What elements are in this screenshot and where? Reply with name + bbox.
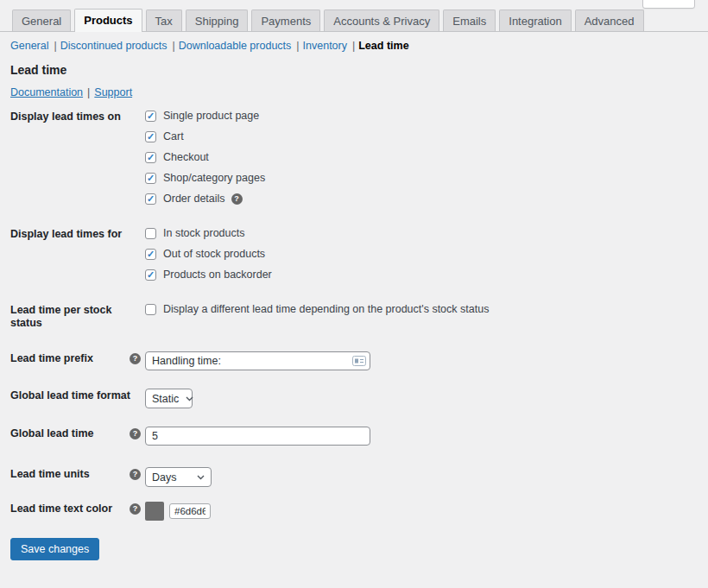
save-changes-button[interactable]: Save changes [10, 538, 99, 560]
setting-label: Lead time text color [10, 503, 119, 515]
page-title: Lead time [10, 63, 708, 77]
select-value: Static [152, 393, 179, 405]
tab-integration[interactable]: Integration [499, 9, 571, 31]
help-icon[interactable]: ? [130, 469, 141, 480]
setting-row-lead-time-per-stock-status: Lead time per stock status Display a dif… [10, 303, 698, 330]
setting-label: Lead time units [10, 468, 97, 481]
tab-advanced[interactable]: Advanced [575, 9, 644, 31]
checkbox[interactable]: ✓ [145, 249, 156, 260]
checkbox-label[interactable]: Out of stock products [163, 248, 265, 261]
tab-products[interactable]: Products [74, 9, 142, 32]
subnav-downloadable-products[interactable]: Downloadable products [179, 40, 292, 52]
checkbox-option-cart[interactable]: ✓ Cart [145, 130, 265, 143]
checkbox-label[interactable]: Display a different lead time depending … [163, 303, 489, 316]
subnav-general[interactable]: General [10, 40, 48, 52]
checkbox-option-order-details[interactable]: ✓ Order details ? [145, 193, 265, 205]
help-icon[interactable]: ? [130, 428, 141, 439]
checkbox-label[interactable]: Single product page [163, 110, 259, 123]
setting-row-display-lead-times-for: Display lead times for In stock products… [10, 227, 698, 281]
checkbox-label[interactable]: In stock products [163, 227, 245, 240]
checkbox-label[interactable]: Cart [163, 130, 184, 143]
setting-label: Lead time per stock status [10, 304, 145, 330]
subnav-discontinued-products[interactable]: Discontinued products [60, 40, 168, 52]
checkbox-option-products-on-backorder[interactable]: ✓ Products on backorder [145, 269, 272, 281]
separator: | [172, 40, 174, 52]
settings-tabs: General Products Tax Shipping Payments A… [0, 0, 708, 32]
setting-label: Display lead times for [10, 228, 129, 241]
checkbox-option-in-stock-products[interactable]: In stock products [145, 227, 272, 240]
help-icon[interactable]: ? [130, 503, 141, 515]
global-lead-time-format-select[interactable]: Static [145, 389, 193, 408]
checkbox-option-shop-category-pages[interactable]: ✓ Shop/category pages [145, 172, 265, 185]
checkbox-option-per-stock-status[interactable]: Display a different lead time depending … [145, 303, 489, 316]
separator: | [296, 40, 299, 52]
checkbox[interactable]: ✓ [145, 111, 156, 122]
tab-general[interactable]: General [12, 9, 71, 31]
checkbox-option-single-product-page[interactable]: ✓ Single product page [145, 110, 265, 123]
select-value: Days [152, 471, 176, 484]
setting-label: Lead time prefix [10, 352, 100, 365]
chevron-down-icon [186, 396, 193, 401]
help-pulldown-tab[interactable] [642, 0, 695, 9]
checkbox-label[interactable]: Shop/category pages [163, 172, 265, 185]
products-subnav: General|Discontinued products|Downloadab… [10, 40, 708, 52]
separator: | [54, 40, 56, 52]
setting-label: Global lead time format [10, 389, 137, 402]
setting-row-lead-time-units: Lead time units ? Days [10, 467, 698, 487]
setting-row-global-lead-time-format: Global lead time format Static [10, 389, 698, 408]
setting-row-global-lead-time: Global lead time ? [10, 427, 698, 446]
checkbox-label[interactable]: Products on backorder [163, 269, 272, 281]
checkbox[interactable]: ✓ [145, 193, 156, 205]
checkbox-option-checkout[interactable]: ✓ Checkout [145, 151, 265, 164]
setting-row-lead-time-prefix: Lead time prefix ? [10, 351, 698, 370]
tab-accounts-privacy[interactable]: Accounts & Privacy [324, 9, 439, 31]
setting-row-lead-time-text-color: Lead time text color ? [10, 502, 698, 521]
subnav-lead-time[interactable]: Lead time [358, 40, 408, 52]
tab-emails[interactable]: Emails [443, 9, 496, 31]
checkbox-label[interactable]: Order details [163, 193, 225, 205]
subnav-inventory[interactable]: Inventory [303, 40, 347, 52]
settings-form: Display lead times on ✓ Single product p… [10, 110, 698, 521]
tab-shipping[interactable]: Shipping [186, 9, 249, 31]
separator: | [352, 40, 355, 52]
setting-row-display-lead-times-on: Display lead times on ✓ Single product p… [10, 110, 698, 205]
checkbox-label[interactable]: Checkout [163, 151, 209, 164]
checkbox[interactable]: ✓ [145, 269, 156, 281]
separator: | [87, 86, 90, 98]
lead-time-text-color-input[interactable] [169, 503, 211, 519]
checkbox[interactable] [145, 304, 156, 315]
chevron-down-icon [197, 475, 205, 480]
setting-label: Display lead times on [10, 111, 128, 123]
checkbox-option-out-of-stock-products[interactable]: ✓ Out of stock products [145, 248, 272, 261]
doc-links: Documentation|Support [10, 86, 708, 98]
color-swatch[interactable] [145, 502, 164, 521]
text-template-card-icon[interactable] [352, 356, 366, 366]
setting-label: Global lead time [10, 427, 101, 440]
checkbox[interactable] [145, 228, 156, 239]
tab-payments[interactable]: Payments [251, 9, 320, 31]
checkbox[interactable]: ✓ [145, 131, 156, 142]
global-lead-time-input[interactable] [145, 427, 370, 446]
help-icon[interactable]: ? [231, 193, 243, 205]
checkbox[interactable]: ✓ [145, 173, 156, 184]
lead-time-units-select[interactable]: Days [145, 467, 212, 487]
lead-time-prefix-input[interactable] [145, 351, 370, 370]
documentation-link[interactable]: Documentation [10, 86, 83, 98]
support-link[interactable]: Support [94, 86, 132, 98]
checkbox[interactable]: ✓ [145, 152, 156, 163]
tab-tax[interactable]: Tax [146, 9, 182, 31]
help-icon[interactable]: ? [130, 353, 141, 364]
